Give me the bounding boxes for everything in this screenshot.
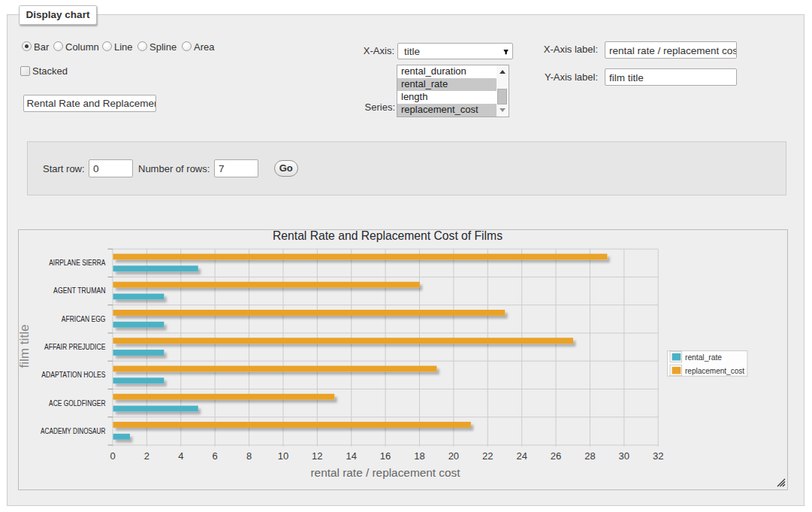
svg-text:10: 10: [278, 450, 288, 462]
svg-text:2: 2: [144, 450, 149, 462]
svg-text:AFFAIR PREJUDICE: AFFAIR PREJUDICE: [44, 343, 106, 351]
svg-text:6: 6: [213, 450, 218, 462]
svg-text:22: 22: [482, 450, 493, 462]
svg-text:AIRPLANE SIERRA: AIRPLANE SIERRA: [49, 259, 106, 267]
svg-text:rental_rate: rental_rate: [685, 353, 722, 362]
svg-text:ACE GOLDFINGER: ACE GOLDFINGER: [49, 399, 105, 407]
svg-text:4: 4: [178, 450, 183, 462]
svg-text:32: 32: [653, 450, 663, 462]
svg-text:30: 30: [619, 450, 629, 462]
svg-text:12: 12: [312, 450, 322, 462]
svg-text:Rental Rate and Replacement Co: Rental Rate and Replacement Cost of Film…: [273, 229, 503, 243]
svg-text:16: 16: [380, 450, 391, 462]
svg-text:rental rate / replacement cost: rental rate / replacement cost: [311, 466, 461, 479]
svg-text:18: 18: [414, 450, 424, 462]
svg-text:0: 0: [110, 450, 115, 462]
svg-text:ACADEMY DINOSAUR: ACADEMY DINOSAUR: [41, 427, 105, 435]
svg-text:ADAPTATION HOLES: ADAPTATION HOLES: [41, 371, 105, 379]
svg-text:24: 24: [516, 450, 527, 462]
svg-text:AGENT TRUMAN: AGENT TRUMAN: [53, 286, 105, 295]
svg-text:8: 8: [246, 450, 252, 462]
svg-text:AFRICAN EGG: AFRICAN EGG: [62, 315, 106, 323]
svg-text:20: 20: [448, 450, 459, 462]
svg-text:28: 28: [584, 450, 595, 462]
svg-text:film title: film title: [18, 324, 31, 368]
svg-text:replacement_cost: replacement_cost: [685, 366, 745, 375]
svg-text:14: 14: [346, 450, 356, 462]
svg-text:26: 26: [551, 450, 561, 462]
